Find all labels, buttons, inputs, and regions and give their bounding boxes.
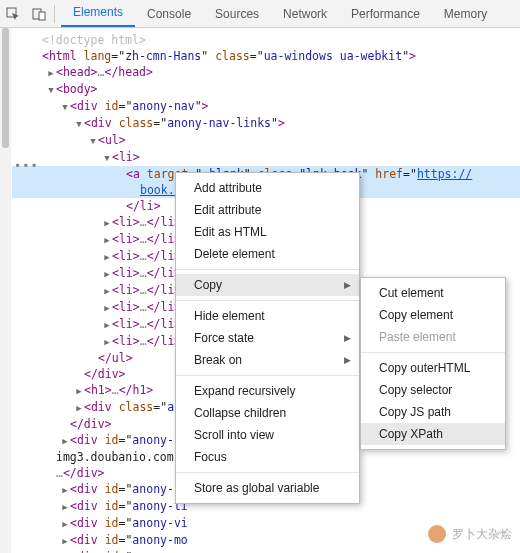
menu-item-cut-element[interactable]: Cut element	[361, 282, 505, 304]
dom-node-text: <li>…</li>	[112, 299, 181, 315]
dom-line[interactable]: <div class="anony-nav-links">	[12, 115, 520, 132]
menu-item-focus[interactable]: Focus	[176, 446, 359, 468]
menu-item-store-as-global-variable[interactable]: Store as global variable	[176, 477, 359, 499]
dom-node-text: <div id="anony-nav">	[70, 98, 209, 114]
expand-arrow-icon[interactable]	[74, 400, 84, 416]
dom-line[interactable]: <ul>	[12, 132, 520, 149]
menu-item-expand-recursively[interactable]: Expand recursively	[176, 380, 359, 402]
expand-arrow-icon[interactable]	[60, 499, 70, 515]
dom-node-text: <body>	[56, 81, 98, 97]
dom-line[interactable]: <head>…</head>	[12, 64, 520, 81]
inspect-icon[interactable]	[0, 1, 26, 27]
expand-arrow-icon[interactable]	[102, 249, 112, 265]
dom-node-text: <div id="anony-ti	[70, 498, 188, 514]
dom-node-text: <li>…</li>	[112, 248, 181, 264]
menu-item-copy[interactable]: Copy	[176, 274, 359, 296]
dom-node-text: <div id="anony-sn	[70, 481, 188, 497]
dom-node-text: <ul>	[98, 132, 126, 148]
menu-item-copy-selector[interactable]: Copy selector	[361, 379, 505, 401]
dom-node-text: <!doctype html>	[42, 32, 146, 48]
scrollbar[interactable]	[0, 28, 11, 553]
menu-item-edit-attribute[interactable]: Edit attribute	[176, 199, 359, 221]
dom-line[interactable]: <!doctype html>	[12, 32, 520, 48]
menu-item-delete-element[interactable]: Delete element	[176, 243, 359, 265]
menu-item-hide-element[interactable]: Hide element	[176, 305, 359, 327]
dom-node-text: img3.doubanio.com	[56, 449, 174, 465]
gutter-marker: •••	[14, 158, 39, 174]
context-menu[interactable]: Add attributeEdit attributeEdit as HTMLD…	[175, 172, 360, 504]
menu-separator	[176, 269, 359, 270]
menu-separator	[176, 300, 359, 301]
device-toggle-icon[interactable]	[26, 1, 52, 27]
dom-node-text: <html lang="zh-cmn-Hans" class="ua-windo…	[42, 48, 416, 64]
dom-node-text: <li>…</li>	[112, 214, 181, 230]
watermark-icon	[428, 525, 446, 543]
dom-node-text: <li>…</li>	[112, 316, 181, 332]
dom-node-text: <div class="anony-nav-links">	[84, 115, 285, 131]
menu-item-break-on[interactable]: Break on	[176, 349, 359, 371]
expand-arrow-icon[interactable]	[88, 133, 98, 149]
dom-node-text: </div>	[70, 416, 112, 432]
dom-node-text: <li>…</li>	[112, 282, 181, 298]
expand-arrow-icon[interactable]	[102, 283, 112, 299]
dom-node-text: <li>…</li>	[112, 333, 181, 349]
expand-arrow-icon[interactable]	[102, 334, 112, 350]
menu-item-copy-outerhtml[interactable]: Copy outerHTML	[361, 357, 505, 379]
expand-arrow-icon[interactable]	[102, 266, 112, 282]
menu-item-force-state[interactable]: Force state	[176, 327, 359, 349]
expand-arrow-icon[interactable]	[46, 82, 56, 98]
context-submenu-copy[interactable]: Cut elementCopy elementPaste elementCopy…	[360, 277, 506, 450]
devtools-toolbar: ElementsConsoleSourcesNetworkPerformance…	[0, 0, 520, 28]
svg-rect-2	[39, 12, 45, 20]
expand-arrow-icon[interactable]	[74, 116, 84, 132]
expand-arrow-icon[interactable]	[102, 150, 112, 166]
expand-arrow-icon[interactable]	[74, 383, 84, 399]
dom-line[interactable]: <body>	[12, 81, 520, 98]
dom-line[interactable]: <li>	[12, 149, 520, 166]
dom-node-text: </div>	[84, 366, 126, 382]
expand-arrow-icon[interactable]	[102, 300, 112, 316]
dom-node-text: <div id="anony-re	[70, 432, 188, 448]
expand-arrow-icon[interactable]	[102, 317, 112, 333]
menu-separator	[176, 472, 359, 473]
menu-item-paste-element: Paste element	[361, 326, 505, 348]
dom-node-text: <h1>…</h1>	[84, 382, 153, 398]
dom-node-text: <head>…</head>	[56, 64, 153, 80]
expand-arrow-icon[interactable]	[60, 99, 70, 115]
dom-line[interactable]: <div id="anony-gr	[12, 549, 520, 553]
menu-item-edit-as-html[interactable]: Edit as HTML	[176, 221, 359, 243]
dom-node-text: <li>…</li>	[112, 265, 181, 281]
dom-node-text: </li>	[126, 198, 161, 214]
dom-node-text: <li>	[112, 149, 140, 165]
menu-item-add-attribute[interactable]: Add attribute	[176, 177, 359, 199]
watermark: 罗卜大杂烩	[428, 525, 512, 543]
expand-arrow-icon[interactable]	[60, 516, 70, 532]
tab-sources[interactable]: Sources	[203, 1, 271, 27]
panel-tabs: ElementsConsoleSourcesNetworkPerformance…	[61, 0, 499, 27]
expand-arrow-icon[interactable]	[102, 232, 112, 248]
separator	[54, 5, 55, 23]
dom-line[interactable]: <div id="anony-nav">	[12, 98, 520, 115]
tab-network[interactable]: Network	[271, 1, 339, 27]
dom-node-text: …</div>	[56, 465, 104, 481]
expand-arrow-icon[interactable]	[60, 533, 70, 549]
expand-arrow-icon[interactable]	[102, 215, 112, 231]
tab-elements[interactable]: Elements	[61, 0, 135, 27]
expand-arrow-icon[interactable]	[60, 482, 70, 498]
dom-node-text: <div id="anony-vi	[70, 515, 188, 531]
expand-arrow-icon[interactable]	[46, 65, 56, 81]
menu-item-collapse-children[interactable]: Collapse children	[176, 402, 359, 424]
menu-separator	[361, 352, 505, 353]
dom-line[interactable]: <html lang="zh-cmn-Hans" class="ua-windo…	[12, 48, 520, 64]
dom-node-text: <div id="anony-gr	[70, 549, 188, 553]
scroll-thumb[interactable]	[2, 28, 9, 148]
menu-item-copy-element[interactable]: Copy element	[361, 304, 505, 326]
menu-item-copy-xpath[interactable]: Copy XPath	[361, 423, 505, 445]
menu-item-scroll-into-view[interactable]: Scroll into view	[176, 424, 359, 446]
tab-performance[interactable]: Performance	[339, 1, 432, 27]
menu-item-copy-js-path[interactable]: Copy JS path	[361, 401, 505, 423]
tab-memory[interactable]: Memory	[432, 1, 499, 27]
tab-console[interactable]: Console	[135, 1, 203, 27]
expand-arrow-icon[interactable]	[60, 433, 70, 449]
dom-node-text: <li>…</li>	[112, 231, 181, 247]
